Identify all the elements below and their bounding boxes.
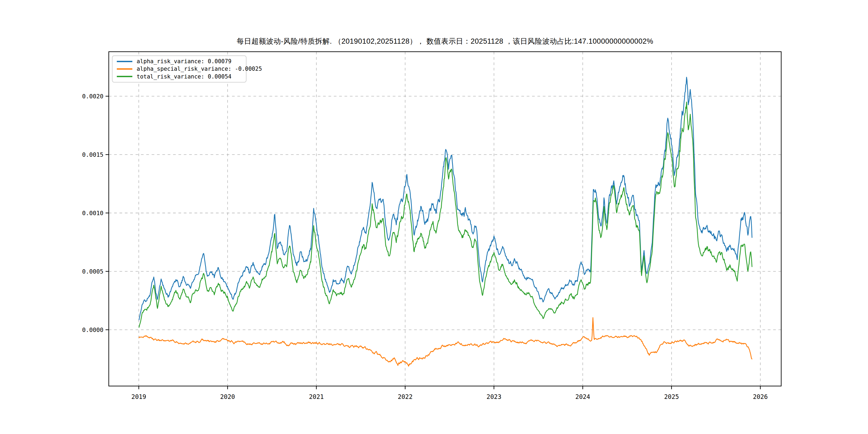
series-path-alpha_risk_variance (139, 77, 752, 320)
y-tick-label: 0.0020 (82, 93, 103, 100)
legend-line-sample-icon (117, 68, 132, 70)
x-tick-label: 2024 (576, 393, 590, 400)
x-tick-label: 2022 (398, 393, 412, 400)
legend-line-sample-icon (117, 76, 132, 77)
x-tick-label: 2021 (309, 393, 323, 400)
legend-item-alpha_risk_variance: alpha_risk_variance: 0.00079 (113, 58, 246, 65)
legend-item-total_risk_variance: total_risk_variance: 0.00054 (113, 73, 246, 80)
series-path-total_risk_variance (139, 102, 752, 328)
series-path-alpha_special_risk_variance (139, 318, 752, 366)
x-tick-label: 2023 (487, 393, 501, 400)
legend-box: alpha_risk_variance: 0.00079alpha_specia… (112, 56, 246, 83)
y-tick-label: 0.0010 (82, 210, 103, 216)
legend-line-sample-icon (117, 61, 132, 62)
legend-item-alpha_special_risk_variance: alpha_special_risk_variance: -0.00025 (113, 66, 246, 72)
x-tick-label: 2026 (753, 393, 768, 400)
y-tick-label: 0.0005 (82, 268, 103, 275)
x-tick-label: 2020 (220, 393, 235, 400)
chart-title: 每日超额波动-风险/特质拆解. （20190102,20251128）， 数值表… (109, 36, 781, 46)
plot-border (109, 52, 781, 386)
legend-label: alpha_special_risk_variance: -0.00025 (136, 66, 262, 72)
legend-label: total_risk_variance: 0.00054 (136, 73, 231, 80)
y-tick-label: 0.0015 (82, 151, 103, 158)
y-tick-label: 0.0000 (82, 327, 103, 333)
legend-label: alpha_risk_variance: 0.00079 (136, 58, 231, 65)
x-tick-label: 2025 (664, 393, 679, 400)
chart-figure: 201920202021202220232024202520260.00000.… (0, 0, 868, 434)
x-tick-label: 2019 (131, 393, 146, 400)
